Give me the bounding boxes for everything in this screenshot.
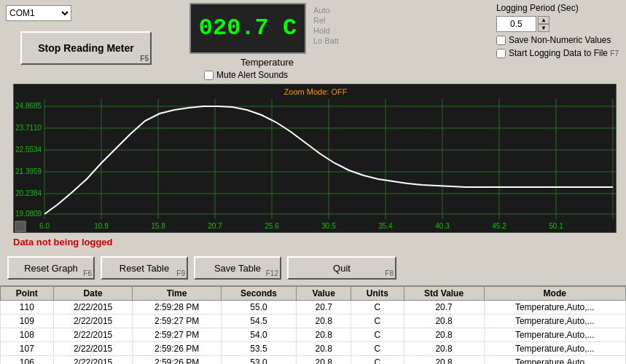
svg-text:30.5: 30.5 <box>321 222 336 230</box>
start-logging-label: Start Logging Data to File F7 <box>509 48 619 58</box>
svg-text:20.7: 20.7 <box>208 222 222 230</box>
start-logging-checkbox[interactable] <box>496 49 506 58</box>
data-status: Data not being logged <box>13 237 113 248</box>
temperature-label: Temperature <box>240 57 294 68</box>
spin-down-button[interactable]: ▼ <box>538 24 549 32</box>
table-cell: 20.8 <box>297 356 351 365</box>
svg-text:45.2: 45.2 <box>492 222 506 230</box>
data-table-container[interactable]: Point Date Time Seconds Value Units Std … <box>0 285 626 364</box>
spin-up-button[interactable]: ▲ <box>538 16 549 24</box>
svg-text:6.0: 6.0 <box>39 222 50 230</box>
quit-shortcut: F8 <box>385 269 394 277</box>
table-cell: 20.7 <box>404 301 484 314</box>
table-cell: 54.5 <box>221 314 297 328</box>
logging-period-input[interactable] <box>496 16 536 32</box>
mute-alert-checkbox[interactable] <box>204 71 214 80</box>
svg-text:15.8: 15.8 <box>151 222 165 230</box>
table-cell: 20.8 <box>297 328 351 342</box>
svg-rect-35 <box>15 221 26 232</box>
save-non-numeric-checkbox[interactable] <box>496 36 506 45</box>
stop-reading-meter-button[interactable]: Stop Reading Meter F5 <box>20 31 152 65</box>
svg-text:10.9: 10.9 <box>94 222 109 230</box>
table-cell: 20.8 <box>404 328 484 342</box>
bottom-buttons-row: Reset Graph F6 Reset Table F9 Save Table… <box>0 256 626 280</box>
svg-text:25.6: 25.6 <box>265 222 279 230</box>
table-cell: 20.8 <box>404 356 484 365</box>
table-cell: Temperature,Auto,... <box>484 301 625 314</box>
chart-container: 24.8685 23.7110 22.5534 21.3959 20.2384 … <box>13 84 617 233</box>
table-cell: 109 <box>1 314 54 328</box>
save-non-numeric-label: Save Non-Numeric Values <box>509 35 611 45</box>
table-cell: 20.8 <box>404 342 484 356</box>
table-cell: 20.8 <box>297 342 351 356</box>
save-table-button[interactable]: Save Table F12 <box>194 256 281 280</box>
table-cell: C <box>351 342 404 356</box>
table-cell: 2/22/2015 <box>53 356 133 365</box>
table-cell: 108 <box>1 328 54 342</box>
mute-alert-label: Mute Alert Sounds <box>216 70 288 80</box>
col-time: Time <box>133 287 221 301</box>
svg-text:19.0809: 19.0809 <box>15 210 42 218</box>
stop-btn-shortcut: F5 <box>140 55 149 63</box>
svg-text:35.4: 35.4 <box>378 222 393 230</box>
quit-button[interactable]: Quit F8 <box>287 256 396 280</box>
table-body: 1102/22/20152:59:28 PM55.020.7C20.7Tempe… <box>1 301 626 365</box>
table-cell: Temperature,Auto,... <box>484 356 625 365</box>
com-port-select[interactable]: COM1 <box>6 5 71 21</box>
svg-text:20.2384: 20.2384 <box>15 189 42 197</box>
table-cell: 106 <box>1 356 54 365</box>
table-cell: 107 <box>1 342 54 356</box>
data-table: Point Date Time Seconds Value Units Std … <box>0 286 626 364</box>
col-std-value: Std Value <box>404 287 484 301</box>
svg-text:Zoom Mode: OFF: Zoom Mode: OFF <box>284 87 348 96</box>
table-header-row: Point Date Time Seconds Value Units Std … <box>1 287 626 301</box>
table-cell: 20.8 <box>297 314 351 328</box>
table-cell: 54.0 <box>221 328 297 342</box>
chart-svg: 24.8685 23.7110 22.5534 21.3959 20.2384 … <box>14 84 616 232</box>
start-logging-row: Start Logging Data to File F7 <box>496 48 619 58</box>
table-cell: 2:59:26 PM <box>133 342 221 356</box>
table-cell: 2:59:26 PM <box>133 356 221 365</box>
meter-reading-display: 020.7 C <box>189 3 306 54</box>
table-row: 1062/22/20152:59:26 PM53.020.8C20.8Tempe… <box>1 356 626 365</box>
col-date: Date <box>53 287 133 301</box>
reset-graph-shortcut: F6 <box>83 269 92 277</box>
col-seconds: Seconds <box>221 287 297 301</box>
table-row: 1092/22/20152:59:27 PM54.520.8C20.8Tempe… <box>1 314 626 328</box>
svg-text:40.3: 40.3 <box>435 222 450 230</box>
reset-table-button[interactable]: Reset Table F9 <box>101 256 188 280</box>
col-units: Units <box>351 287 404 301</box>
table-cell: 2:59:28 PM <box>133 301 221 314</box>
table-cell: 20.7 <box>297 301 351 314</box>
table-cell: 110 <box>1 301 54 314</box>
table-cell: Temperature,Auto,... <box>484 342 625 356</box>
lo-batt-flag: Lo Batt <box>313 36 339 45</box>
table-cell: 2/22/2015 <box>53 328 133 342</box>
svg-text:50.1: 50.1 <box>549 222 563 230</box>
table-cell: C <box>351 328 404 342</box>
table-cell: 55.0 <box>221 301 297 314</box>
hold-flag: Hold <box>313 26 339 35</box>
reset-table-shortcut: F9 <box>176 269 185 277</box>
table-cell: Temperature,Auto,... <box>484 328 625 342</box>
save-non-numeric-row: Save Non-Numeric Values <box>496 35 619 45</box>
table-cell: C <box>351 314 404 328</box>
svg-text:24.8685: 24.8685 <box>15 102 42 110</box>
reset-graph-button[interactable]: Reset Graph F6 <box>7 256 95 280</box>
status-flags: Auto Rel Hold Lo Batt <box>313 6 339 45</box>
save-table-shortcut: F12 <box>266 269 278 277</box>
logging-period-spinner[interactable]: ▲ ▼ <box>538 16 549 32</box>
col-point: Point <box>1 287 54 301</box>
table-cell: C <box>351 301 404 314</box>
meter-value: 020.7 C <box>199 17 297 40</box>
auto-flag: Auto <box>313 6 339 15</box>
svg-text:23.7110: 23.7110 <box>15 124 42 132</box>
table-cell: 2/22/2015 <box>53 301 133 314</box>
table-cell: 2/22/2015 <box>53 342 133 356</box>
col-mode: Mode <box>484 287 625 301</box>
table-row: 1082/22/20152:59:27 PM54.020.8C20.8Tempe… <box>1 328 626 342</box>
table-cell: 20.8 <box>404 314 484 328</box>
start-logging-shortcut: F7 <box>610 50 619 58</box>
table-cell: 53.0 <box>221 356 297 365</box>
rel-flag: Rel <box>313 16 339 25</box>
